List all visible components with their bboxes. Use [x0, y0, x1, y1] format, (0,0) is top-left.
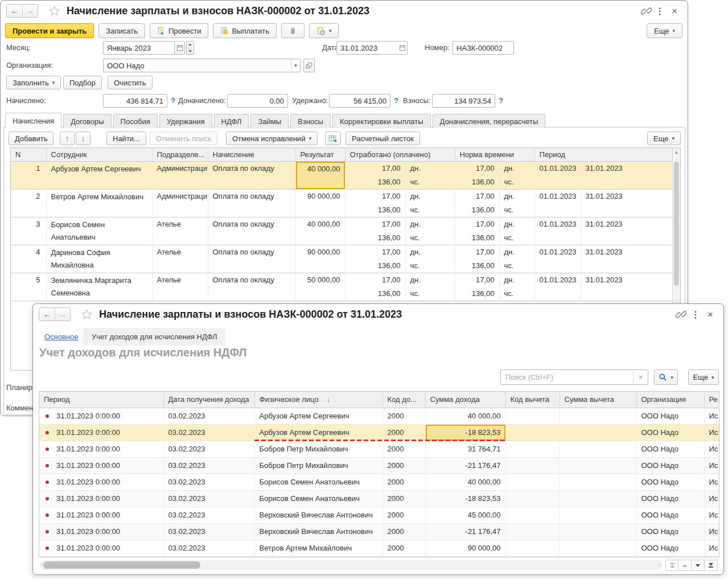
favorite-star-icon[interactable]	[48, 5, 60, 17]
date-field[interactable]: 31.01.2023	[336, 41, 408, 55]
table-row[interactable]: 5 Земляничка Маргарита Семеновна Ателье …	[11, 273, 673, 301]
cell-deduction-code[interactable]	[505, 408, 560, 424]
fill-button[interactable]: Заполнить ▾	[6, 76, 61, 89]
clear-button[interactable]: Очистить	[108, 76, 153, 89]
cell-organization[interactable]: ООО Надо	[636, 457, 704, 474]
organization-open-icon[interactable]	[303, 59, 315, 72]
favorite-star-icon[interactable]	[81, 309, 93, 320]
cell-deduction-amount[interactable]	[560, 540, 636, 556]
table-row[interactable]: 2 Ветров Артем Михайлович Администраци О…	[11, 189, 673, 217]
cell-income-date[interactable]: 03.02.2023	[163, 540, 254, 556]
cell-income-code[interactable]: 2000	[382, 457, 425, 474]
cell-registrar[interactable]: Ис	[704, 490, 719, 507]
cell-person[interactable]: Борисов Семен Анатольевич	[254, 490, 382, 507]
create-based-on-button[interactable]: ▾	[309, 23, 339, 38]
column-person[interactable]: Физическое лицо↓	[254, 392, 382, 408]
tab-ndfl-income-register[interactable]: Учет доходов для исчисления НДФЛ	[83, 328, 225, 346]
undo-corrections-button[interactable]: Отмена исправлений ▾	[226, 132, 318, 145]
organization-dropdown-icon[interactable]: ▾	[291, 59, 300, 72]
column-organization[interactable]: Организация	[636, 392, 704, 408]
scroll-left-icon[interactable]: ‹	[41, 562, 43, 568]
cell-income-date[interactable]: 03.02.2023	[163, 424, 254, 441]
cell-deduction-code[interactable]	[505, 474, 560, 490]
help-icon[interactable]: ?	[394, 96, 398, 105]
add-row-button[interactable]: Добавить	[9, 132, 54, 145]
search-clear-icon[interactable]: ×	[633, 370, 648, 384]
cell-organization[interactable]: ООО Надо	[636, 441, 704, 457]
column-income-amount[interactable]: Сумма дохода	[425, 392, 505, 408]
scroll-right-icon[interactable]: ›	[659, 562, 660, 568]
table-row[interactable]: 31.01.2023 0:00:00 03.02.2023 Бобров Пет…	[39, 441, 719, 457]
table-row[interactable]: 31.01.2023 0:00:00 03.02.2023 Верховский…	[39, 523, 719, 540]
cancel-search-button[interactable]: Отменить поиск	[150, 132, 217, 145]
added-field[interactable]: 0,00	[227, 94, 288, 108]
column-employee[interactable]: Сотрудник	[46, 148, 152, 161]
column-norm[interactable]: Норма времени	[455, 148, 534, 161]
cell-deduction-amount[interactable]	[560, 457, 636, 474]
back-button[interactable]: ←	[39, 308, 55, 321]
cell-person[interactable]: Верховский Вячеслав Антонович	[254, 523, 382, 540]
cell-person[interactable]: Борисов Семен Анатольевич	[254, 474, 382, 490]
help-icon[interactable]: ?	[171, 96, 175, 105]
table-row[interactable]: 31.01.2023 0:00:00 03.02.2023 Бобров Пет…	[39, 457, 719, 474]
cell-deduction-amount[interactable]	[560, 523, 636, 540]
cell-income-code[interactable]: 2000	[382, 441, 425, 457]
cell-income-date[interactable]: 03.02.2023	[163, 457, 254, 474]
table-row[interactable]: 31.01.2023 0:00:00 03.02.2023 Арбузов Ар…	[39, 424, 719, 441]
column-income-date[interactable]: Дата получения дохода	[163, 392, 254, 408]
cell-person[interactable]: Бобров Петр Михайлович	[254, 441, 382, 457]
cell-person[interactable]: Бобров Петр Михайлович	[254, 457, 382, 474]
cell-registrar[interactable]: Ис	[704, 523, 719, 540]
pay-button[interactable]: Выплатить	[213, 23, 277, 38]
cell-registrar[interactable]: Ис	[704, 424, 719, 441]
month-stepper[interactable]	[186, 41, 194, 55]
go-last-button[interactable]	[705, 560, 718, 571]
cell-income-date[interactable]: 03.02.2023	[163, 507, 254, 523]
cell-income-date[interactable]: 03.02.2023	[163, 490, 254, 507]
link-icon[interactable]	[640, 5, 652, 17]
tab-loans[interactable]: Займы	[250, 114, 289, 128]
move-down-button[interactable]: ↓	[76, 132, 91, 145]
column-deduction-amount[interactable]: Сумма вычета	[560, 392, 636, 408]
scrollbar-thumb[interactable]	[43, 561, 200, 569]
forward-button[interactable]: →	[55, 308, 70, 321]
cell-deduction-amount[interactable]	[560, 474, 636, 490]
column-worked[interactable]: Отработано (оплачено)	[345, 148, 455, 161]
accrued-field[interactable]: 436 814,71	[103, 94, 167, 108]
pick-button[interactable]: Подбор	[63, 76, 102, 89]
date-calendar-icon[interactable]	[398, 42, 407, 54]
post-button[interactable]: Провести	[150, 23, 209, 38]
cell-deduction-code[interactable]	[505, 507, 560, 523]
close-icon[interactable]: ×	[704, 309, 717, 321]
cell-deduction-code[interactable]	[505, 490, 560, 507]
table-row[interactable]: 31.01.2023 0:00:00 03.02.2023 Ветров Арт…	[39, 540, 719, 556]
cell-income-code[interactable]: 2000	[382, 507, 425, 523]
post-and-close-button[interactable]: Провести и закрыть	[5, 23, 94, 38]
cell-income-code[interactable]: 2000	[382, 490, 425, 507]
window-menu-icon[interactable]: ⋮	[689, 309, 702, 321]
table-row[interactable]: 4 Даринова София Михайловна Ателье Оплат…	[11, 245, 673, 273]
cell-registrar[interactable]: Ис	[704, 408, 719, 424]
cell-income-code[interactable]: 2000	[382, 540, 425, 556]
go-previous-button[interactable]	[678, 560, 692, 571]
cell-income-code[interactable]: 2000	[382, 424, 425, 441]
cell-organization[interactable]: ООО Надо	[636, 540, 704, 556]
cell-person[interactable]: Арбузов Артем Сергеевич	[254, 408, 382, 424]
back-button[interactable]: ←	[7, 5, 22, 17]
tab-benefits[interactable]: Пособия	[113, 114, 158, 128]
search-input[interactable]	[501, 373, 633, 381]
stepper-down-icon[interactable]	[188, 48, 192, 55]
cell-registrar[interactable]: Ис	[704, 474, 719, 490]
cell-registrar[interactable]: Ис	[704, 441, 719, 457]
cell-organization[interactable]: ООО Надо	[636, 474, 704, 490]
cell-organization[interactable]: ООО Надо	[636, 408, 704, 424]
cell-income-date[interactable]: 03.02.2023	[163, 474, 254, 490]
table-row[interactable]: 31.01.2023 0:00:00 03.02.2023 Верховский…	[39, 507, 719, 523]
cell-organization[interactable]: ООО Надо	[636, 507, 704, 523]
more-button[interactable]: Еще ▾	[647, 23, 682, 38]
cell-deduction-code[interactable]	[505, 424, 560, 441]
cell-income-date[interactable]: 03.02.2023	[163, 523, 254, 540]
window-menu-icon[interactable]: ⋮	[653, 5, 666, 17]
cell-deduction-amount[interactable]	[560, 490, 636, 507]
cell-person[interactable]: Ветров Артем Михайлович	[254, 540, 382, 556]
